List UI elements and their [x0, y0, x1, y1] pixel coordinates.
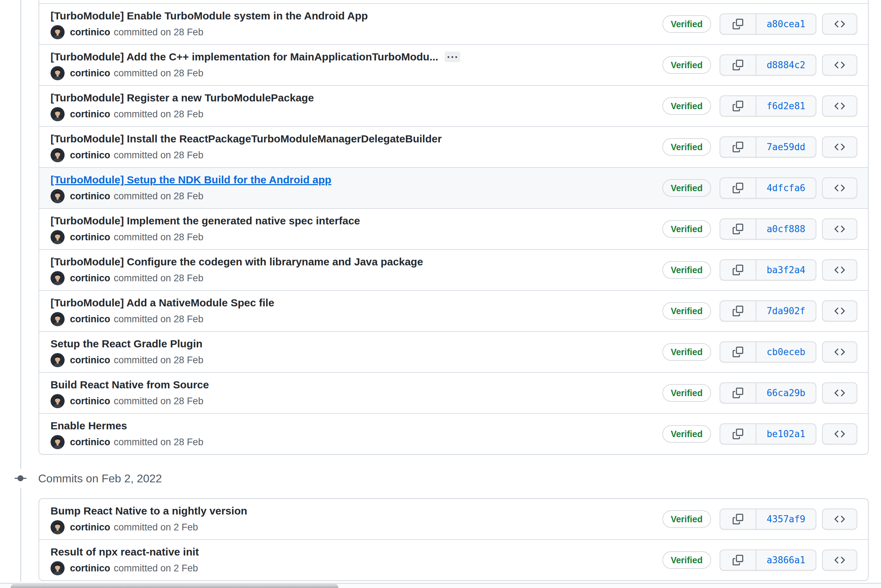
commit-title-link[interactable]: Enable Hermes: [51, 418, 127, 433]
copy-sha-button[interactable]: [719, 341, 756, 363]
copy-sha-button[interactable]: [719, 260, 756, 280]
avatar[interactable]: [51, 230, 64, 244]
avatar[interactable]: [51, 107, 64, 121]
commit-sha-button[interactable]: f6d2e81: [755, 95, 817, 117]
commit-title-link[interactable]: Result of npx react-native init: [51, 544, 199, 560]
verified-badge[interactable]: Verified: [662, 551, 711, 569]
avatar[interactable]: [51, 353, 64, 367]
verified-badge[interactable]: Verified: [662, 261, 711, 279]
commit-row-actions: Verified 7ae59dd: [662, 136, 868, 158]
commit-sha-button[interactable]: ba3f2a4: [755, 260, 817, 280]
commit-meta: cortinico committed on 28 Feb: [51, 271, 654, 285]
browse-code-button[interactable]: [822, 549, 857, 571]
commit-sha-button[interactable]: 66ca29b: [755, 382, 817, 404]
commit-author-link[interactable]: cortinico: [70, 25, 110, 39]
verified-badge[interactable]: Verified: [662, 56, 711, 74]
commit-sha-button[interactable]: be102a1: [755, 423, 817, 444]
copy-sha-button[interactable]: [719, 300, 756, 322]
verified-badge[interactable]: Verified: [662, 510, 711, 528]
avatar[interactable]: [51, 25, 64, 39]
commit-title-link[interactable]: [TurboModule] Setup the NDK Build for th…: [51, 172, 331, 187]
commit-title-link[interactable]: [TurboModule] Add the C++ implementation…: [51, 50, 438, 64]
copy-sha-button[interactable]: [719, 95, 756, 117]
browse-code-button[interactable]: [822, 341, 857, 363]
commit-sha-button[interactable]: cb0eceb: [755, 341, 817, 363]
browse-code-button[interactable]: [822, 54, 857, 76]
sha-button-group: 7da902f: [719, 300, 817, 322]
browse-code-button[interactable]: [822, 218, 857, 240]
browse-code-button[interactable]: [822, 382, 857, 404]
browse-code-button[interactable]: [822, 300, 857, 322]
copy-sha-button[interactable]: [719, 177, 756, 199]
avatar[interactable]: [51, 561, 64, 575]
browse-code-button[interactable]: [822, 14, 857, 34]
copy-sha-button[interactable]: [719, 136, 756, 158]
commit-author-link[interactable]: cortinico: [70, 312, 110, 326]
commit-author-link[interactable]: cortinico: [70, 66, 110, 80]
commit-list-card: Bump React Native to a nightly version c…: [39, 498, 869, 581]
commit-sha-button[interactable]: 4357af9: [755, 508, 817, 530]
commit-title-link[interactable]: Bump React Native to a nightly version: [51, 504, 247, 518]
verified-badge[interactable]: Verified: [662, 425, 711, 443]
avatar[interactable]: [51, 520, 64, 534]
commit-row: [TurboModule] Setup the NDK Build for th…: [39, 167, 868, 208]
commit-author-link[interactable]: cortinico: [70, 435, 110, 449]
commit-sha-button[interactable]: d8884c2: [755, 54, 817, 76]
verified-badge[interactable]: Verified: [662, 302, 711, 320]
copy-sha-button[interactable]: [719, 14, 756, 34]
verified-badge[interactable]: Verified: [662, 97, 711, 115]
avatar[interactable]: [51, 148, 64, 162]
commit-row-main: [TurboModule] Implement the generated na…: [39, 209, 662, 249]
commit-title-link[interactable]: [TurboModule] Configure the codegen with…: [51, 254, 423, 269]
copy-sha-button[interactable]: [719, 218, 756, 240]
commit-sha-button[interactable]: 4dfcfa6: [755, 177, 817, 199]
browse-code-button[interactable]: [822, 95, 857, 117]
browse-code-button[interactable]: [822, 177, 857, 199]
browse-code-button[interactable]: [822, 260, 857, 280]
commit-title-link[interactable]: [TurboModule] Add a NativeModule Spec fi…: [51, 296, 274, 310]
avatar[interactable]: [51, 271, 64, 285]
commit-author-link[interactable]: cortinico: [70, 520, 110, 534]
commit-sha-button[interactable]: a80cea1: [755, 14, 817, 34]
browse-code-button[interactable]: [822, 136, 857, 158]
commit-author-link[interactable]: cortinico: [70, 189, 110, 203]
commit-title-link[interactable]: Build React Native from Source: [51, 377, 209, 392]
copy-sha-button[interactable]: [719, 508, 756, 530]
commit-author-link[interactable]: cortinico: [70, 271, 110, 285]
horizontal-scrollbar-thumb[interactable]: [10, 584, 339, 588]
commit-title-link[interactable]: [TurboModule] Implement the generated na…: [51, 213, 360, 228]
commit-title-link[interactable]: [TurboModule] Enable TurboModule system …: [51, 9, 368, 23]
commit-sha-button[interactable]: 7da902f: [755, 300, 817, 322]
avatar[interactable]: [51, 312, 64, 326]
expand-commit-message-button[interactable]: [445, 52, 460, 62]
browse-code-button[interactable]: [822, 508, 857, 530]
verified-badge[interactable]: Verified: [662, 343, 711, 361]
commit-author-link[interactable]: cortinico: [70, 148, 110, 162]
verified-badge[interactable]: Verified: [662, 384, 711, 402]
verified-badge[interactable]: Verified: [662, 138, 711, 156]
commit-title-link[interactable]: Setup the React Gradle Plugin: [51, 336, 202, 351]
commit-author-link[interactable]: cortinico: [70, 394, 110, 408]
commit-sha-button[interactable]: 7ae59dd: [755, 136, 817, 158]
browse-code-button[interactable]: [822, 423, 857, 444]
avatar[interactable]: [51, 435, 64, 449]
avatar[interactable]: [51, 394, 64, 408]
commit-author-link[interactable]: cortinico: [70, 353, 110, 367]
copy-sha-button[interactable]: [719, 54, 756, 76]
commit-title: [TurboModule] Enable TurboModule system …: [51, 9, 654, 23]
commit-author-link[interactable]: cortinico: [70, 561, 110, 575]
commit-author-link[interactable]: cortinico: [70, 230, 110, 244]
avatar[interactable]: [51, 66, 64, 80]
verified-badge[interactable]: Verified: [662, 15, 711, 33]
commit-title-link[interactable]: [TurboModule] Register a new TurboModule…: [51, 90, 314, 105]
copy-sha-button[interactable]: [719, 382, 756, 404]
avatar[interactable]: [51, 189, 64, 203]
commit-sha-button[interactable]: a3866a1: [755, 549, 817, 571]
verified-badge[interactable]: Verified: [662, 220, 711, 238]
copy-sha-button[interactable]: [719, 423, 756, 444]
commit-sha-button[interactable]: a0cf888: [755, 218, 817, 240]
verified-badge[interactable]: Verified: [662, 179, 711, 197]
commit-author-link[interactable]: cortinico: [70, 107, 110, 121]
copy-sha-button[interactable]: [719, 549, 756, 571]
commit-title-link[interactable]: [TurboModule] Install the ReactPackageTu…: [51, 132, 442, 146]
